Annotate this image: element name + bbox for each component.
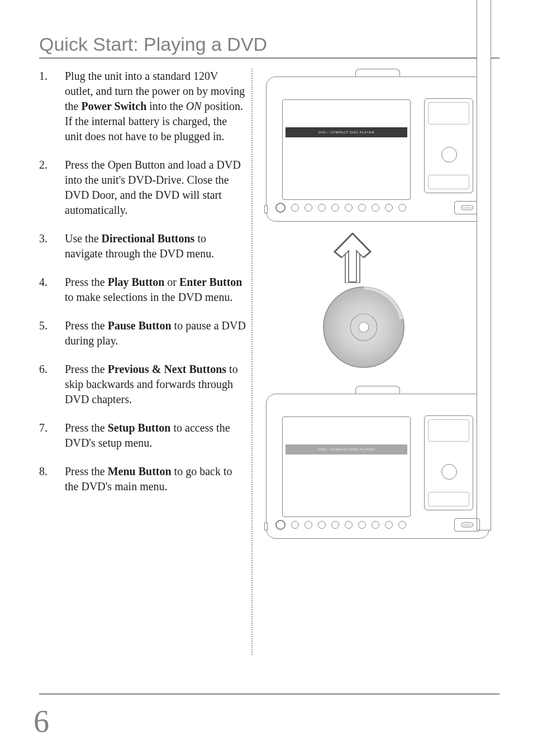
device-speaker-icon — [424, 415, 473, 510]
instructions-column: Plug the unit into a standard 120V outle… — [39, 69, 246, 655]
device-illustration-bottom: DVD / COMPACT DISC PLAYER — [266, 386, 489, 542]
device-speaker-icon — [424, 98, 473, 193]
page-number: 6 — [34, 704, 49, 739]
speaker-grille-icon — [428, 492, 469, 506]
step-1: Plug the unit into a standard 120V outle… — [39, 69, 246, 144]
control-button-icon — [291, 521, 299, 529]
control-button-icon — [358, 521, 366, 529]
page-title: Quick Start: Playing a DVD — [39, 34, 499, 59]
control-button-icon — [331, 204, 339, 212]
side-port-icon — [264, 523, 268, 530]
device-screen-icon — [282, 99, 411, 200]
control-button-icon — [398, 521, 406, 529]
step-8: Press the Menu Button to go back to the … — [39, 464, 246, 494]
step-4: Press the Play Button or Enter Button to… — [39, 275, 246, 305]
step-6: Press the Previous & Next Buttons to ski… — [39, 362, 246, 407]
control-button-icon — [304, 204, 312, 212]
control-button-icon — [345, 204, 353, 212]
control-button-icon — [304, 521, 312, 529]
device-illustration-top: DVD / COMPACT DISC PLAYER — [266, 69, 489, 225]
svg-point-3 — [359, 322, 369, 332]
step-5: Press the Pause Button to pause a DVD du… — [39, 318, 246, 348]
control-button-icon — [318, 204, 326, 212]
footer-divider — [39, 693, 499, 695]
control-button-icon — [345, 521, 353, 529]
device-screen-label: DVD / COMPACT DISC PLAYER — [285, 444, 407, 454]
dvd-disc-icon — [322, 285, 406, 369]
control-button-icon — [385, 204, 393, 212]
control-button-icon — [372, 521, 379, 529]
control-button-icon — [358, 204, 366, 212]
control-button-icon — [398, 204, 406, 212]
control-button-icon — [331, 521, 339, 529]
dpad-enter-icon — [454, 518, 480, 532]
step-7: Press the Setup Button to access the DVD… — [39, 420, 246, 451]
control-button-icon — [372, 204, 379, 212]
side-port-icon — [264, 205, 268, 213]
svg-marker-0 — [335, 234, 370, 282]
device-button-row — [275, 200, 480, 216]
device-screen-label: DVD / COMPACT DISC PLAYER — [285, 127, 407, 137]
device-body-icon: DVD / COMPACT DISC PLAYER — [266, 76, 489, 222]
control-button-icon — [385, 521, 393, 529]
speaker-grille-icon — [428, 419, 469, 442]
illustration-column: DVD / COMPACT DISC PLAYER — [251, 69, 492, 655]
content-row: Plug the unit into a standard 120V outle… — [39, 69, 499, 655]
side-port-icon — [477, 0, 491, 530]
device-button-row — [275, 517, 480, 533]
speaker-grille-icon — [428, 175, 469, 189]
device-screen-icon — [282, 417, 411, 517]
step-3: Use the Directional Buttons to navigate … — [39, 231, 246, 261]
arrow-up-icon — [327, 233, 378, 283]
power-button-icon — [275, 203, 285, 213]
control-button-icon — [291, 204, 299, 212]
steps-list: Plug the unit into a standard 120V outle… — [39, 69, 246, 494]
power-button-icon — [275, 520, 285, 530]
step-2: Press the Open Button and load a DVD int… — [39, 157, 246, 218]
device-body-icon: DVD / COMPACT DISC PLAYER — [266, 394, 489, 539]
speaker-grille-icon — [428, 102, 469, 125]
control-button-icon — [318, 521, 326, 529]
